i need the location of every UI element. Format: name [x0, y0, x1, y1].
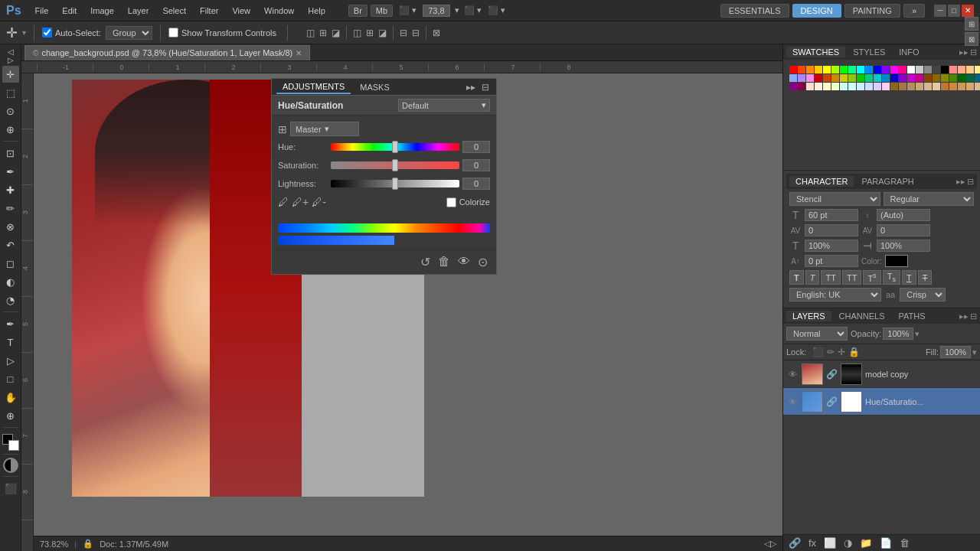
essentials-workspace[interactable]: ESSENTIALS — [720, 4, 789, 18]
add-style-btn[interactable]: fx — [806, 537, 818, 549]
swatch-r2-7[interactable] — [949, 83, 957, 90]
swatch-r2-2[interactable] — [907, 83, 915, 90]
layer-model-copy[interactable]: 👁 🔗 model copy — [783, 360, 980, 388]
swatch-27[interactable] — [798, 74, 805, 82]
tab-close-icon[interactable]: ✕ — [296, 49, 302, 57]
auto-select-dropdown[interactable]: Group — [106, 26, 152, 40]
minimize-button[interactable]: ─ — [934, 5, 946, 17]
swatch-62[interactable] — [874, 83, 881, 90]
superscript-btn[interactable]: Ts — [863, 270, 880, 285]
swatch-52[interactable] — [789, 83, 797, 90]
eye-icon[interactable]: 👁 — [456, 255, 472, 269]
opacity-arrow[interactable]: ▾ — [915, 329, 920, 339]
font-family-dropdown[interactable]: Stencil — [789, 192, 880, 206]
all-caps-btn[interactable]: TT — [821, 270, 840, 285]
language-dropdown[interactable]: English: UK — [789, 288, 881, 302]
history-brush[interactable]: ↶ — [2, 236, 19, 253]
maximize-button[interactable]: □ — [948, 5, 960, 17]
swatch-19[interactable] — [949, 66, 957, 73]
colorize-checkbox-row[interactable]: Colorize — [446, 197, 490, 207]
swatch-38[interactable] — [890, 74, 898, 82]
swatch-17[interactable] — [933, 66, 940, 73]
file-tab[interactable]: © change_backgroud.psd @ 73,8% (Hue/Satu… — [24, 45, 310, 60]
eraser-tool[interactable]: ◻ — [2, 255, 19, 272]
br-button[interactable]: Br — [348, 5, 368, 17]
swatch-57[interactable] — [831, 83, 839, 90]
painting-workspace[interactable]: PAINTING — [844, 4, 900, 18]
fill-input[interactable] — [940, 346, 971, 358]
align-left-icon[interactable]: ◫ — [305, 26, 316, 40]
underline-btn[interactable]: T — [902, 270, 916, 285]
type-tool[interactable]: T — [2, 334, 19, 350]
delete-layer-btn[interactable]: 🗑 — [897, 537, 912, 549]
menu-help[interactable]: Help — [302, 5, 332, 17]
swatch-58[interactable] — [840, 83, 848, 90]
swatch-26[interactable] — [789, 74, 797, 82]
new-group-btn[interactable]: 📁 — [858, 537, 874, 549]
panel-toggle-icon[interactable]: ◁▷ — [2, 47, 19, 64]
swatch-42[interactable] — [924, 74, 932, 82]
delete-adjustment-icon[interactable]: 🗑 — [436, 255, 452, 269]
panel-menu-btn[interactable]: ▸▸ — [464, 82, 478, 93]
menu-filter[interactable]: Filter — [194, 5, 224, 17]
scale-v-input[interactable] — [877, 240, 930, 252]
quick-select-tool[interactable]: ⊕ — [2, 121, 19, 138]
blend-mode-dropdown[interactable]: Normal — [786, 327, 848, 341]
swatch-8[interactable] — [857, 66, 864, 73]
lock-all-icon[interactable]: 🔒 — [848, 347, 860, 357]
swatch-59[interactable] — [848, 83, 856, 90]
swatch-63[interactable] — [882, 83, 890, 90]
crop-tool[interactable]: ⊡ — [2, 145, 19, 161]
hand-tool[interactable]: ✋ — [2, 389, 19, 406]
swatch-4[interactable] — [823, 66, 831, 73]
swatch-2[interactable] — [806, 66, 814, 73]
mb-button[interactable]: Mb — [371, 5, 393, 17]
masks-tab[interactable]: MASKS — [354, 81, 396, 93]
align-bottom-icon[interactable]: ◪ — [377, 26, 388, 40]
link-layers-btn[interactable]: 🔗 — [786, 537, 803, 549]
align-right-icon[interactable]: ◪ — [330, 26, 341, 40]
swatches-tab[interactable]: SWATCHES — [786, 47, 845, 57]
leading-input[interactable] — [877, 209, 930, 221]
healing-tool[interactable]: ✚ — [2, 181, 19, 198]
show-transform-checkbox[interactable] — [168, 28, 178, 37]
swatch-11[interactable] — [882, 66, 890, 73]
more-workspaces[interactable]: » — [903, 4, 925, 18]
swatch-r2-3[interactable] — [916, 83, 923, 90]
new-layer-btn[interactable]: 📄 — [877, 537, 894, 549]
channels-tab[interactable]: CHANNELS — [833, 311, 891, 321]
styles-tab[interactable]: STYLES — [847, 47, 891, 57]
eyedropper-tool[interactable]: ✒ — [2, 163, 19, 180]
adjustments-tab[interactable]: ADJUSTMENTS — [276, 80, 351, 94]
auto-select-check[interactable]: Auto-Select: — [42, 28, 101, 37]
colorize-checkbox[interactable] — [446, 197, 456, 207]
pen-tool[interactable]: ✒ — [2, 315, 19, 332]
swatch-53[interactable] — [798, 83, 805, 90]
saturation-slider[interactable] — [331, 161, 459, 169]
swatch-16[interactable] — [924, 66, 932, 73]
brush-tool[interactable]: ✏ — [2, 200, 19, 217]
swatch-13[interactable] — [899, 66, 906, 73]
layer-hue-sat[interactable]: 👁 🔗 Hue/Saturatio... — [783, 388, 980, 416]
swatch-6[interactable] — [840, 66, 848, 73]
paragraph-tab[interactable]: PARAGRAPH — [855, 176, 920, 187]
swatch-44[interactable] — [941, 74, 949, 82]
eyedropper-icon[interactable]: 🖊 — [278, 196, 289, 208]
swatch-5[interactable] — [831, 66, 839, 73]
layer-eye-model[interactable]: 👁 — [786, 368, 799, 380]
channel-selector[interactable]: Master ▾ — [290, 122, 359, 136]
hue-slider[interactable] — [331, 143, 459, 151]
info-tab[interactable]: INFO — [893, 47, 925, 57]
paths-tab[interactable]: PATHS — [893, 311, 932, 321]
fill-arrow[interactable]: ▾ — [972, 347, 977, 357]
layer-link-icon-huesat[interactable]: 🔗 — [826, 396, 838, 407]
swatch-40[interactable] — [907, 74, 915, 82]
swatch-0[interactable] — [789, 66, 797, 73]
dodge-tool[interactable]: ◔ — [2, 292, 19, 308]
adjustment-curve-icon[interactable]: ⊞ — [278, 123, 287, 135]
swatch-r2-5[interactable] — [933, 83, 940, 90]
swatch-54[interactable] — [806, 83, 814, 90]
swatch-55[interactable] — [815, 83, 822, 90]
tool-options-arrow[interactable]: ▾ — [22, 28, 26, 37]
design-workspace[interactable]: DESIGN — [792, 4, 841, 18]
